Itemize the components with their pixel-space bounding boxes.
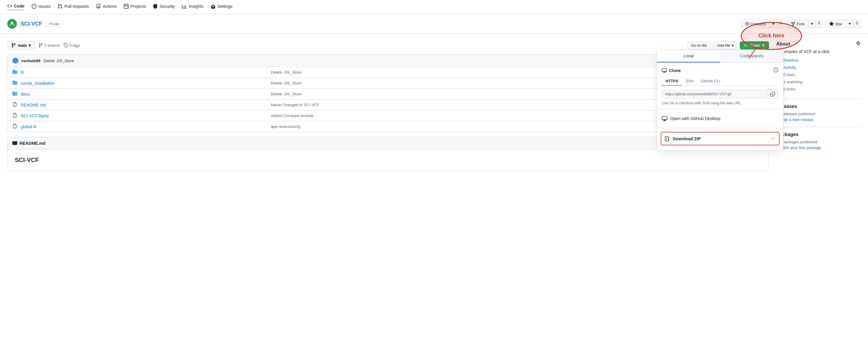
fork-caret[interactable]: ▾ xyxy=(808,20,816,28)
no-releases: No releases published xyxy=(776,111,861,116)
stars-count: 0 stars xyxy=(776,72,861,77)
commit-author-avatar xyxy=(12,58,19,64)
nav-pull-requests[interactable]: Pull requests xyxy=(58,4,89,10)
nav-projects[interactable]: Projects xyxy=(124,4,146,10)
clone-url-row xyxy=(662,90,778,99)
nav-security[interactable]: Security xyxy=(153,4,175,10)
svg-point-0 xyxy=(11,22,13,24)
download-zip-row[interactable]: Download ZIP ← xyxy=(661,132,780,145)
activity-link-text[interactable]: Activity xyxy=(783,65,796,70)
star-count[interactable]: 0 xyxy=(854,20,861,28)
clone-url-input[interactable] xyxy=(662,90,767,98)
zip-icon xyxy=(664,136,670,141)
folder-icon xyxy=(12,91,17,97)
cli-tab[interactable]: GitHub CLI xyxy=(697,77,724,86)
add-file-button[interactable]: Add file ▾ xyxy=(713,41,737,50)
projects-icon xyxy=(124,4,129,9)
nav-code[interactable]: Code xyxy=(7,4,25,10)
branches-count[interactable]: 1 branch xyxy=(38,43,60,48)
code-button-label: Code xyxy=(750,43,760,48)
star-caret[interactable]: ▾ xyxy=(846,20,854,28)
about-links: Readme Activity 0 stars 1 watching 0 for… xyxy=(776,58,861,91)
monitor-icon xyxy=(662,68,667,73)
packages-section: Packages No packages published Publish y… xyxy=(776,132,861,150)
activity-link[interactable]: Activity xyxy=(776,65,861,70)
readme-link-text[interactable]: Readme xyxy=(783,58,798,62)
pr-icon xyxy=(58,4,62,9)
clone-copy-button[interactable] xyxy=(767,90,778,99)
file-name[interactable]: README.md xyxy=(21,103,268,107)
readme-link[interactable]: Readme xyxy=(776,58,861,62)
download-zip-label: Download ZIP xyxy=(673,136,701,141)
tags-count[interactable]: 0 tags xyxy=(63,43,80,48)
code-dropdown: Local Codespaces Clone HTTPS SSH GitHub … xyxy=(657,50,783,151)
nav-settings[interactable]: Settings xyxy=(211,4,233,10)
commit-author[interactable]: venkatk89 xyxy=(22,59,40,63)
ssh-tab[interactable]: SSH xyxy=(682,77,698,86)
open-desktop-row[interactable]: Open with GitHub Desktop xyxy=(662,113,778,124)
branch-selector[interactable]: main ▾ xyxy=(7,41,35,50)
visibility-badge: Private xyxy=(46,21,63,27)
nav-actions-label: Actions xyxy=(103,4,117,9)
fork-main[interactable]: Fork xyxy=(787,20,808,28)
nav-actions[interactable]: Actions xyxy=(96,4,117,10)
star-button[interactable]: Star ▾ 0 xyxy=(825,20,861,28)
table-row: README.mdName Changed to SCI-VCF xyxy=(7,100,769,110)
table-row: conda_installationDelete .DS_Store xyxy=(7,78,769,89)
repo-name[interactable]: SCI-VCF xyxy=(21,21,42,27)
nav-issues[interactable]: Issues xyxy=(32,4,51,10)
clone-tab-bar: Local Codespaces xyxy=(657,50,783,63)
unwatch-count[interactable]: 0 xyxy=(777,20,784,28)
no-packages: No packages published xyxy=(776,140,861,144)
arrow-left-indicator: ← xyxy=(771,135,776,142)
file-name[interactable]: SCI-VCF.Rproj xyxy=(21,113,268,118)
desktop-icon xyxy=(662,116,667,121)
add-file-main[interactable]: Add file ▾ xyxy=(713,41,737,50)
https-tab[interactable]: HTTPS xyxy=(662,77,682,86)
folder-icon xyxy=(12,69,17,75)
publish-package-link[interactable]: Publish your first package xyxy=(776,145,861,150)
file-name[interactable]: conda_installation xyxy=(21,81,268,86)
eye-icon xyxy=(745,22,750,26)
about-header: About xyxy=(776,41,861,47)
code-button[interactable]: Code ▾ xyxy=(740,41,769,50)
unwatch-button[interactable]: Unwatch ▾ 0 xyxy=(741,20,784,28)
unwatch-caret[interactable]: ▾ xyxy=(770,20,777,28)
go-to-file-button[interactable]: Go to file xyxy=(687,41,711,50)
repo-avatar xyxy=(7,19,17,29)
file-name[interactable]: docs xyxy=(21,92,268,97)
code-main-button[interactable]: Code ▾ xyxy=(740,41,769,50)
open-desktop-label: Open with GitHub Desktop xyxy=(670,116,720,121)
about-description: Summaries of VCF at a click xyxy=(776,49,861,54)
readme-icon xyxy=(12,141,17,146)
star-label: Star xyxy=(835,22,842,26)
file-name[interactable]: global.R xyxy=(21,124,268,129)
fork-icon xyxy=(791,22,796,26)
tab-local[interactable]: Local xyxy=(657,50,720,62)
nav-settings-label: Settings xyxy=(217,4,233,9)
unwatch-main[interactable]: Unwatch xyxy=(741,20,770,28)
dropdown-divider-2 xyxy=(657,128,783,128)
actions-nav-icon xyxy=(96,4,101,9)
file-list: RDelete .DS_Storeconda_installationDelet… xyxy=(7,67,769,132)
tab-codespaces[interactable]: Codespaces xyxy=(720,50,783,62)
fork-label: Fork xyxy=(797,22,805,26)
nav-insights[interactable]: Insights xyxy=(182,4,203,10)
readme-section: README.md SCI-VCF xyxy=(7,137,769,171)
star-main[interactable]: Star xyxy=(825,20,846,28)
nav-projects-label: Projects xyxy=(130,4,146,9)
help-icon[interactable] xyxy=(774,68,778,73)
branches-icon xyxy=(38,43,43,48)
fork-count[interactable]: 0 xyxy=(816,20,823,28)
about-title: About xyxy=(776,41,790,47)
file-name[interactable]: R xyxy=(21,70,268,75)
create-release-link[interactable]: Create a new release xyxy=(776,117,861,122)
about-gear-button[interactable] xyxy=(856,41,861,47)
forks-label: 0 forks xyxy=(783,87,795,91)
branch-icon xyxy=(11,43,16,48)
table-row: docsDelete .DS_Store xyxy=(7,89,769,100)
table-row: SCI-VCF.RprojAdded Compare module xyxy=(7,110,769,121)
fork-button[interactable]: Fork ▾ 0 xyxy=(787,20,823,28)
watching-label: 1 watching xyxy=(783,79,802,84)
nav-pr-label: Pull requests xyxy=(64,4,89,9)
